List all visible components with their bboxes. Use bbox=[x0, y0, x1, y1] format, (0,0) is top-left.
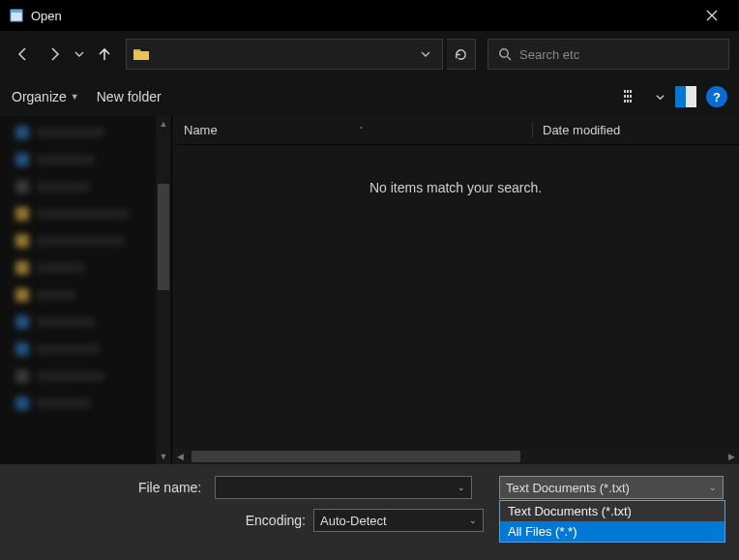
sidebar-item[interactable] bbox=[4, 395, 167, 412]
horizontal-scrollbar[interactable]: ◀ ▶ bbox=[172, 449, 739, 464]
file-name-label: File name: bbox=[15, 480, 207, 495]
file-type-dropdown: Text Documents (*.txt) All Files (*.*) bbox=[499, 500, 725, 543]
sidebar-item[interactable] bbox=[4, 124, 167, 141]
filter-option-all[interactable]: All Files (*.*) bbox=[500, 521, 724, 542]
column-header-date[interactable]: Date modified bbox=[532, 123, 620, 137]
toolbar: Organize ▼ New folder ? bbox=[0, 77, 739, 116]
sidebar-item[interactable] bbox=[4, 232, 167, 250]
app-icon bbox=[8, 7, 25, 24]
svg-rect-12 bbox=[627, 100, 629, 103]
svg-rect-11 bbox=[624, 100, 626, 103]
svg-rect-13 bbox=[630, 100, 632, 103]
organize-button[interactable]: Organize ▼ bbox=[12, 89, 79, 104]
folder-icon bbox=[133, 45, 150, 63]
view-mode-button[interactable] bbox=[621, 85, 644, 108]
svg-rect-10 bbox=[630, 95, 632, 98]
sidebar-item[interactable] bbox=[4, 368, 167, 385]
navigation-row: Search etc bbox=[0, 31, 739, 77]
sidebar-item[interactable] bbox=[4, 340, 167, 358]
scrollbar-thumb[interactable] bbox=[158, 184, 169, 290]
svg-rect-1 bbox=[11, 10, 22, 13]
window-title: Open bbox=[31, 9, 62, 23]
sidebar-item[interactable] bbox=[4, 205, 167, 222]
svg-line-4 bbox=[508, 57, 512, 61]
sidebar-item[interactable] bbox=[4, 313, 167, 331]
new-folder-button[interactable]: New folder bbox=[97, 89, 162, 104]
search-placeholder: Search etc bbox=[519, 47, 579, 62]
svg-rect-9 bbox=[627, 95, 629, 98]
svg-rect-5 bbox=[624, 90, 626, 93]
svg-rect-6 bbox=[627, 90, 629, 93]
back-button[interactable] bbox=[10, 41, 37, 68]
scroll-up-icon[interactable]: ▲ bbox=[156, 116, 171, 132]
file-type-filter[interactable]: Text Documents (*.txt) ⌄ Text Documents … bbox=[499, 476, 724, 499]
svg-rect-8 bbox=[624, 95, 626, 98]
scroll-down-icon[interactable]: ▼ bbox=[156, 449, 171, 464]
search-box[interactable]: Search etc bbox=[488, 39, 729, 70]
chevron-down-icon: ▼ bbox=[71, 92, 79, 102]
navigation-pane[interactable]: ▲ ▼ bbox=[0, 116, 172, 464]
file-list-area: Name ˄ Date modified No items match your… bbox=[172, 116, 739, 464]
filter-option-txt[interactable]: Text Documents (*.txt) bbox=[500, 501, 724, 521]
forward-button[interactable] bbox=[41, 41, 68, 68]
sidebar-item[interactable] bbox=[4, 259, 167, 277]
close-button[interactable] bbox=[693, 0, 731, 31]
file-list-body: No items match your search. bbox=[172, 145, 739, 449]
main-area: ▲ ▼ Name ˄ Date modified No items match … bbox=[0, 116, 739, 464]
sort-indicator-icon: ˄ bbox=[359, 126, 364, 135]
recent-dropdown-icon[interactable] bbox=[72, 41, 87, 68]
preview-pane-button[interactable] bbox=[675, 86, 696, 107]
encoding-label: Encoding: bbox=[222, 513, 306, 528]
sidebar-item[interactable] bbox=[4, 151, 167, 168]
refresh-button[interactable] bbox=[447, 39, 476, 70]
column-header-name[interactable]: Name ˄ bbox=[184, 123, 532, 137]
svg-rect-2 bbox=[133, 49, 140, 51]
encoding-value: Auto-Detect bbox=[320, 514, 387, 528]
chevron-down-icon[interactable]: ⌄ bbox=[709, 483, 717, 492]
sidebar-scrollbar[interactable]: ▲ ▼ bbox=[156, 116, 171, 464]
sidebar-item[interactable] bbox=[4, 286, 167, 304]
encoding-select[interactable]: Auto-Detect ⌄ bbox=[313, 509, 484, 532]
sidebar-item[interactable] bbox=[4, 178, 167, 195]
scroll-right-icon[interactable]: ▶ bbox=[724, 452, 739, 461]
file-type-selected: Text Documents (*.txt) bbox=[506, 481, 630, 495]
view-dropdown-icon[interactable] bbox=[654, 85, 665, 108]
scroll-left-icon[interactable]: ◀ bbox=[172, 452, 188, 461]
hscrollbar-thumb[interactable] bbox=[192, 451, 520, 462]
column-headers: Name ˄ Date modified bbox=[172, 116, 739, 145]
chevron-down-icon[interactable]: ⌄ bbox=[458, 483, 465, 492]
file-name-input[interactable]: ⌄ bbox=[215, 476, 472, 499]
svg-point-3 bbox=[500, 49, 508, 57]
address-dropdown-icon[interactable] bbox=[415, 49, 436, 59]
title-bar: Open bbox=[0, 0, 739, 31]
chevron-down-icon[interactable]: ⌄ bbox=[469, 516, 477, 525]
empty-message: No items match your search. bbox=[370, 180, 542, 195]
up-button[interactable] bbox=[91, 41, 118, 68]
search-icon bbox=[498, 47, 512, 61]
help-button[interactable]: ? bbox=[706, 86, 727, 107]
address-bar[interactable] bbox=[126, 39, 443, 70]
organize-label: Organize bbox=[12, 89, 67, 104]
svg-rect-7 bbox=[630, 90, 632, 93]
footer: File name: ⌄ Text Documents (*.txt) ⌄ Te… bbox=[0, 464, 739, 560]
column-name-label: Name bbox=[184, 123, 218, 137]
